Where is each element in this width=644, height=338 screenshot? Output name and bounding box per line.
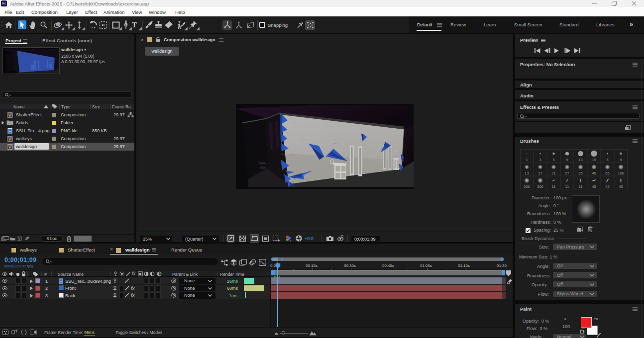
svg-text:11: 11: [579, 184, 583, 189]
svg-text:35: 35: [578, 171, 582, 175]
svg-text:45: 45: [619, 184, 623, 189]
svg-text:9: 9: [620, 158, 622, 162]
svg-text:45: 45: [605, 184, 609, 189]
svg-text:21: 21: [551, 171, 555, 175]
svg-text:1: 1: [526, 158, 528, 162]
svg-text:200: 200: [524, 184, 530, 189]
svg-text:13: 13: [578, 158, 582, 162]
svg-text:11: 11: [552, 184, 556, 189]
svg-text:11: 11: [565, 184, 569, 189]
svg-text:5: 5: [606, 158, 608, 162]
svg-text:45: 45: [592, 171, 596, 175]
svg-text:9: 9: [566, 158, 568, 162]
svg-text:5: 5: [552, 158, 554, 162]
svg-text:13: 13: [525, 171, 529, 175]
svg-text:19: 19: [592, 158, 596, 162]
svg-text:100: 100: [618, 171, 624, 175]
svg-text:3: 3: [539, 158, 541, 162]
svg-text:27: 27: [565, 171, 569, 175]
svg-text:45: 45: [592, 184, 596, 189]
svg-text:300: 300: [537, 184, 543, 189]
svg-text:17: 17: [538, 171, 542, 175]
svg-text:65: 65: [605, 171, 609, 175]
